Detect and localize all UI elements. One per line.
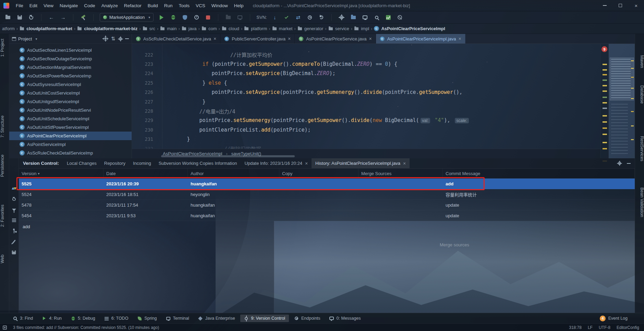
caret-position[interactable]: 318:78	[569, 325, 582, 330]
breadcrumb-item-main[interactable]: main	[159, 26, 177, 31]
tool-tab-terminal[interactable]: Terminal	[162, 315, 193, 322]
table-row[interactable]: 5454 2023/1/11 9:53 huangkaifan update	[19, 210, 635, 221]
statistics-icon[interactable]	[385, 14, 392, 21]
tool-tab-java-enterprise[interactable]: Java Enterprise	[194, 315, 239, 322]
build-hammer-icon[interactable]	[80, 14, 87, 21]
stop-icon[interactable]	[204, 14, 212, 21]
encoding-indicator[interactable]: UTF-8	[599, 325, 610, 330]
coverage-icon[interactable]	[181, 14, 189, 21]
minimap[interactable]	[609, 44, 635, 158]
error-stripe[interactable]	[600, 44, 609, 158]
column-header-commit-message[interactable]: Commit Message	[443, 169, 635, 178]
close-button[interactable]: ×	[628, 0, 644, 11]
menu-item-edit[interactable]: Edit	[26, 0, 40, 11]
menu-item-view[interactable]: View	[40, 0, 57, 11]
menu-item-analyze[interactable]: Analyze	[98, 0, 121, 11]
editorconfig-indicator[interactable]: EditorConfig	[617, 325, 639, 330]
run-config-selector[interactable]: MarketApplication ▾	[100, 13, 154, 22]
details-view-icon[interactable]	[11, 218, 17, 223]
project-tree-item[interactable]: CAsOutUnitStfPowerServiceImpl	[9, 123, 132, 132]
stripe-web-button[interactable]: Web	[0, 255, 9, 263]
error-count-badge[interactable]: 9	[602, 46, 607, 52]
stripe-restservices-button[interactable]: RestServices	[635, 136, 644, 161]
minimize-button[interactable]	[597, 0, 612, 11]
breadcrumb-item-platform[interactable]: platform	[243, 26, 268, 31]
column-header-copy[interactable]: Copy	[279, 169, 359, 178]
breadcrumb-item-cloudplatform-market[interactable]: cloudplatform-market	[19, 26, 73, 31]
project-tree-item[interactable]: CAsOutUnitScheduleServiceImpl	[9, 114, 132, 123]
menu-item-tools[interactable]: Tools	[176, 0, 193, 11]
vc-tab-local-changes[interactable]: Local Changes	[63, 158, 100, 168]
hide-panel-icon[interactable]	[125, 38, 129, 39]
sync-icon[interactable]	[11, 196, 17, 202]
menu-item-run[interactable]: Run	[161, 0, 176, 11]
breadcrumb-item-atform[interactable]: atform	[1, 26, 15, 31]
stripe-project-button[interactable]: 1: Project	[0, 39, 9, 57]
vc-tab-history-selected[interactable]: History: AsPointClearPriceServiceImpl.ja…	[312, 158, 410, 168]
search-everywhere-icon[interactable]	[373, 14, 380, 21]
forward-icon[interactable]: →	[59, 14, 67, 21]
locate-file-icon[interactable]	[104, 37, 108, 41]
breadcrumb-item-cloudplatform-market-biz[interactable]: cloudplatform-market-biz	[76, 26, 138, 31]
console-icon[interactable]	[361, 14, 369, 21]
rollback-icon[interactable]	[318, 14, 325, 21]
project-tree-item[interactable]: CAsOutSectPowerflowServiceImp	[9, 72, 132, 80]
collapse-all-icon[interactable]: ⇅	[110, 35, 116, 42]
line-separator-indicator[interactable]: LF	[588, 325, 593, 330]
menu-item-vcs[interactable]: VCS	[193, 0, 208, 11]
close-tab-icon[interactable]: ×	[305, 161, 308, 166]
hide-panel-icon[interactable]	[627, 163, 631, 164]
editor-tab[interactable]: I AsScRuleCheckDetailService.java ×	[132, 34, 220, 44]
column-header-author[interactable]: Author	[188, 169, 279, 178]
column-header-merge-sources[interactable]: Merge Sources	[359, 169, 443, 178]
close-tab-icon[interactable]: ×	[214, 36, 216, 41]
column-header-date[interactable]: Date	[104, 169, 188, 178]
tool-tab-version-control[interactable]: 9: Version Control	[240, 315, 289, 322]
stripe-database-button[interactable]: Database	[635, 85, 644, 104]
stripe-bean-validation-button[interactable]: Bean Validation	[635, 187, 644, 217]
code-editor[interactable]: 222 //计算加权平均价223 if (pointPrice.getSumpo…	[132, 44, 600, 149]
table-row[interactable]: 5524 2023/1/16 18:51 heyonglin 容量利用率统计	[19, 189, 635, 200]
save-all-icon[interactable]	[16, 14, 23, 21]
breadcrumb-item-generator[interactable]: generator	[297, 26, 324, 31]
menu-item-navigate[interactable]: Navigate	[57, 0, 81, 11]
svn-commit-icon[interactable]	[283, 14, 290, 21]
project-tree-item[interactable]: CAsOutUnitNodePriceResultServi	[9, 106, 132, 114]
breadcrumb-item-cloud[interactable]: cloud	[221, 26, 240, 31]
breadcrumb-item-com[interactable]: com	[201, 26, 218, 31]
tool-tab-find[interactable]: 3: Find	[9, 315, 37, 322]
gear-icon[interactable]	[119, 37, 122, 40]
project-tree-item-selected[interactable]: CAsPointClearPriceServiceImpl	[9, 132, 132, 140]
editor-tab-selected[interactable]: C AsPointClearPriceServiceImpl.java ×	[376, 34, 465, 44]
history-icon[interactable]	[306, 14, 314, 21]
stripe-persistence-button[interactable]: Persistence	[0, 155, 9, 177]
tool-tab-endpoints[interactable]: Endpoints	[290, 315, 324, 322]
project-tree-item[interactable]: CAsOutSysresultServiceImpl	[9, 80, 132, 89]
vc-tab-update-info[interactable]: Update Info: 2023/1/16 20:24×	[241, 158, 312, 168]
project-tree-item[interactable]: CAsScRuleCheckDetailServiceImp	[9, 149, 132, 157]
menu-item-build[interactable]: Build	[145, 0, 161, 11]
event-log-button[interactable]: 4 Event Log	[600, 316, 644, 321]
table-row[interactable]: 5478 2023/1/11 17:54 huangkaifan update	[19, 200, 635, 210]
profiler-icon[interactable]	[193, 14, 200, 21]
sync-icon[interactable]	[27, 14, 35, 21]
branch-icon[interactable]	[11, 228, 17, 234]
refresh-icon[interactable]	[11, 186, 17, 191]
project-view-selector[interactable]: Project ▾	[12, 36, 37, 41]
editor-tab[interactable]: C PublicServerController.java ×	[220, 34, 295, 44]
gear-icon[interactable]	[618, 162, 621, 165]
menu-item-window[interactable]: Window	[208, 0, 231, 11]
vc-tab-incoming[interactable]: Incoming	[129, 158, 155, 168]
project-tree-item[interactable]: CAsOutUnitCostServiceImpl	[9, 89, 132, 97]
vc-tab-repository[interactable]: Repository	[100, 158, 129, 168]
status-message[interactable]: 3 files committed: add // Subversion: Co…	[13, 325, 159, 330]
power-save-icon[interactable]	[396, 14, 404, 21]
svn-update-icon[interactable]: ↓	[271, 14, 279, 21]
breadcrumb-item-class[interactable]: CAsPointClearPriceServiceImpl	[373, 26, 446, 31]
close-tab-icon[interactable]: ×	[403, 161, 406, 166]
back-icon[interactable]: ←	[48, 14, 55, 21]
settings-gear-icon[interactable]	[338, 14, 345, 21]
project-tree-item[interactable]: CAsOutSectionMarginalServiceIm	[9, 63, 132, 72]
breadcrumb-item-market[interactable]: market	[271, 26, 293, 31]
close-tab-icon[interactable]: ×	[369, 36, 372, 41]
